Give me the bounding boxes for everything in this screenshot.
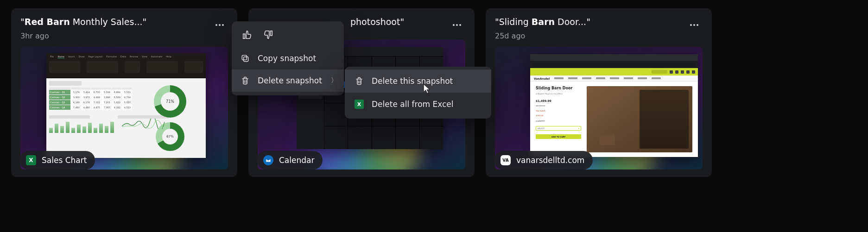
cursor-icon bbox=[423, 83, 431, 94]
card-title: photoshoot" bbox=[350, 17, 404, 27]
card-more-button[interactable] bbox=[686, 17, 703, 33]
excel-icon: X bbox=[354, 99, 364, 109]
donut-chart: 71% bbox=[154, 85, 186, 118]
source-badge[interactable]: X Sales Chart bbox=[19, 151, 95, 169]
delete-snapshot-submenu: Delete this snapshot X Delete all from E… bbox=[345, 67, 491, 119]
card-title: "Sliding Barn Door..." bbox=[495, 17, 590, 27]
source-badge[interactable]: Calendar bbox=[257, 151, 323, 169]
card-title: "Red Barn Monthly Sales..." bbox=[20, 17, 146, 27]
svg-rect-1 bbox=[244, 57, 248, 62]
thumbs-down-button[interactable] bbox=[261, 28, 275, 42]
menu-copy-snapshot[interactable]: Copy snapshot bbox=[232, 47, 344, 69]
excel-window-mock: FileHomeInsertDrawPage LayoutFormulasDat… bbox=[46, 53, 206, 158]
trash-icon bbox=[354, 76, 364, 86]
ellipsis-icon bbox=[453, 24, 461, 26]
card-timestamp: 25d ago bbox=[495, 31, 590, 40]
trash-icon bbox=[240, 75, 250, 86]
copy-icon bbox=[240, 53, 250, 63]
svg-rect-2 bbox=[242, 55, 247, 60]
thumbs-up-icon bbox=[242, 30, 252, 40]
ellipsis-icon bbox=[215, 24, 224, 26]
snapshot-card[interactable]: "Red Barn Monthly Sales..." 3hr ago File… bbox=[11, 8, 237, 177]
menu-delete-all-from-excel[interactable]: X Delete all from Excel bbox=[345, 93, 491, 116]
card-more-button[interactable] bbox=[211, 17, 228, 33]
card-timestamp: 3hr ago bbox=[20, 31, 146, 40]
thumbs-up-button[interactable] bbox=[240, 28, 254, 42]
badge-label: Calendar bbox=[279, 156, 314, 165]
ellipsis-icon bbox=[690, 24, 698, 26]
chevron-right-icon: 〉 bbox=[331, 76, 337, 85]
browser-window-mock: VanArsdel Sliding Barn Door A Modern Tou… bbox=[530, 54, 698, 157]
card-more-button[interactable] bbox=[449, 17, 465, 33]
snapshot-card[interactable]: "Sliding Barn Door..." 25d ago VanArsdel bbox=[486, 8, 712, 177]
menu-delete-this-snapshot[interactable]: Delete this snapshot bbox=[345, 69, 491, 93]
source-badge[interactable]: VA vanarsdelltd.com bbox=[494, 151, 593, 169]
badge-label: Sales Chart bbox=[42, 156, 87, 165]
excel-icon: X bbox=[26, 155, 36, 165]
menu-delete-snapshot[interactable]: Delete snapshot 〉 bbox=[232, 69, 344, 92]
snapshot-context-menu: Copy snapshot Delete snapshot 〉 bbox=[232, 21, 344, 95]
badge-label: vanarsdelltd.com bbox=[516, 156, 584, 165]
outlook-icon bbox=[263, 155, 273, 165]
website-icon: VA bbox=[501, 155, 511, 165]
thumbs-down-icon bbox=[263, 30, 273, 40]
